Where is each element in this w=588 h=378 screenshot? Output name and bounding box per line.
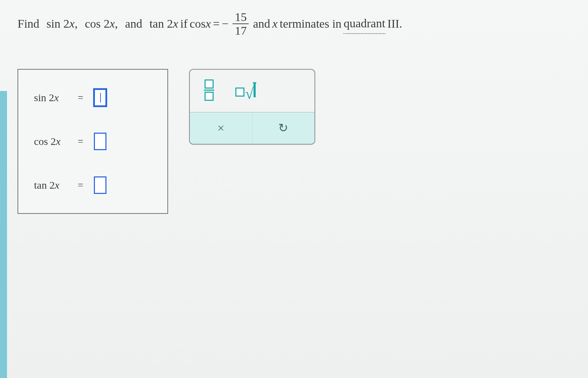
text-terminates: terminates in (280, 14, 342, 33)
answer-row-sin: sin 2x = (34, 89, 155, 106)
tan2x-label: tan 2x (34, 179, 67, 191)
fraction-denominator: 17 (233, 24, 249, 37)
text-cosx: cosx (190, 14, 211, 33)
sin2x-input[interactable] (94, 89, 106, 106)
text-eq: = (213, 14, 220, 33)
answer-box: sin 2x = cos 2x = tan 2x = (18, 69, 168, 214)
close-icon: × (217, 121, 224, 135)
equals-sign: = (78, 92, 83, 103)
text-sin2x: sin 2x, (47, 14, 78, 33)
reset-icon: ↺ (278, 121, 288, 135)
clear-button[interactable]: × (190, 112, 253, 144)
fraction-15-17: 15 17 (233, 10, 249, 37)
reset-button[interactable]: ↺ (253, 112, 315, 144)
sqrt-radicand-box-icon (254, 82, 256, 97)
tool-row-actions: × ↺ (190, 112, 314, 144)
text-and2: and (253, 14, 270, 33)
tool-row-templates: √ (190, 70, 314, 112)
math-tool-panel: √ × ↺ (189, 69, 315, 145)
cos2x-label: cos 2x (34, 135, 67, 147)
equals-sign: = (78, 136, 83, 147)
tan2x-input[interactable] (94, 176, 106, 194)
cos2x-input[interactable] (94, 133, 106, 150)
sqrt-icon: √ (245, 90, 254, 98)
text-and: and (125, 14, 142, 33)
answer-row-tan: tan 2x = (34, 176, 155, 194)
fraction-num-box-icon (205, 79, 214, 89)
text-find: Find (18, 14, 39, 33)
left-edge-strip (0, 91, 7, 378)
quadrant-link[interactable]: quadrant (344, 14, 385, 34)
text-cos2x: cos 2x, (85, 14, 118, 33)
fraction-bar-icon (204, 90, 214, 91)
text-roman: III. (387, 14, 402, 33)
equals-sign: = (78, 180, 83, 191)
text-tan2x: tan 2x (150, 14, 178, 33)
sqrt-radicand-wrap (254, 83, 256, 97)
fraction-den-box-icon (205, 92, 214, 101)
sin2x-label: sin 2x (34, 92, 67, 104)
fraction-numerator: 15 (233, 10, 249, 24)
text-if: if (180, 14, 188, 33)
fraction-template-button[interactable] (204, 79, 214, 101)
question-text: Find sin 2x, cos 2x, and tan 2x if cosx … (18, 10, 570, 37)
sqrt-coeff-box-icon (235, 88, 244, 97)
sqrt-template-button[interactable]: √ (235, 83, 256, 97)
text-x: x (272, 14, 277, 33)
text-neg: − (222, 14, 228, 33)
answer-row-cos: cos 2x = (34, 133, 155, 150)
